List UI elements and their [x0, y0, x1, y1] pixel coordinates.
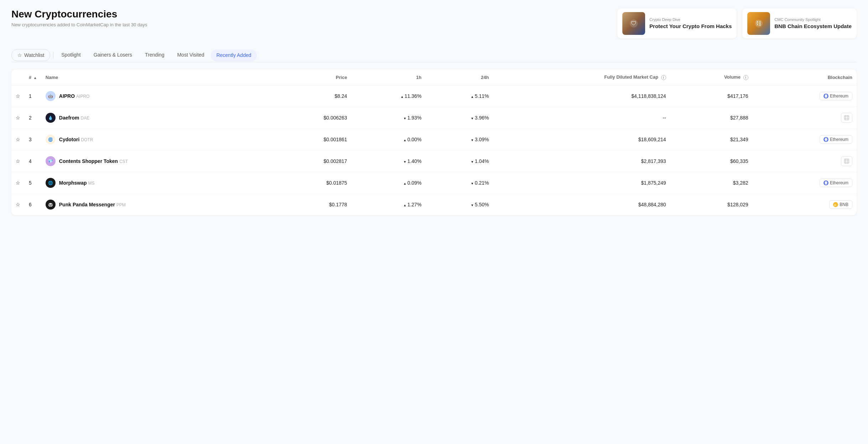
name-cell[interactable]: 💎Contents Shopper TokenCST [41, 150, 271, 172]
promo-card-crypto-deep-dive[interactable]: 🛡 Crypto Deep Dive Protect Your Crypto F… [617, 9, 737, 38]
star-button[interactable]: ☆ [11, 194, 25, 216]
down-arrow-icon: 0.21% [471, 180, 489, 186]
spotlight-tab-label: Spotlight [61, 52, 80, 58]
market-cap-cell: $18,609,214 [493, 129, 670, 150]
change-24h-cell: 1.04% [426, 150, 493, 172]
eth-icon [823, 137, 828, 142]
th-24h: 24h [426, 69, 493, 85]
table-row: ☆2💧DaefromDAE$0.0062631.93%3.96%--$27,88… [11, 107, 857, 129]
tab-recently-added[interactable]: Recently Added [211, 49, 257, 62]
tab-spotlight[interactable]: Spotlight [55, 48, 87, 62]
tab-gainers-losers[interactable]: Gainers & Losers [87, 48, 138, 62]
svg-text:⛓: ⛓ [756, 20, 762, 26]
eth-icon [823, 94, 828, 99]
coin-name: DaefromDAE [59, 115, 89, 121]
coin-name: Contents Shopper TokenCST [59, 158, 128, 164]
eth-icon [823, 180, 828, 185]
recently-added-tab-label: Recently Added [216, 52, 251, 58]
tab-trending[interactable]: Trending [138, 48, 171, 62]
th-volume: Volume i [670, 69, 753, 85]
star-button[interactable]: ☆ [11, 107, 25, 129]
coin-icon: 🤖 [46, 91, 56, 101]
name-cell[interactable]: 🌐MorphswapMS [41, 172, 271, 194]
change-1h-cell: 0.00% [351, 129, 426, 150]
table-row: ☆4💎Contents Shopper TokenCST$0.0028171.4… [11, 150, 857, 172]
rank-cell: 5 [25, 172, 41, 194]
down-arrow-icon: 1.93% [403, 115, 422, 121]
blockchain-cell: Ethereum [753, 172, 857, 194]
promo-text-crypto: Crypto Deep Dive Protect Your Crypto Fro… [649, 17, 732, 30]
tab-most-visited[interactable]: Most Visited [171, 48, 211, 62]
promo-card-cmc-spotlight[interactable]: ⛓ CMC Community Spotlight BNB Chain Ecos… [742, 9, 857, 38]
market-cap-cell: $1,875,249 [493, 172, 670, 194]
most-visited-tab-label: Most Visited [177, 52, 204, 58]
coin-name: MorphswapMS [59, 180, 95, 186]
change-24h-cell: 3.96% [426, 107, 493, 129]
th-blockchain: Blockchain [753, 69, 857, 85]
svg-text:🛡: 🛡 [631, 20, 637, 26]
rank-cell: 6 [25, 194, 41, 216]
th-rank[interactable]: # ▲ [25, 69, 41, 85]
th-star [11, 69, 25, 85]
table-row: ☆5🌐MorphswapMS$0.018750.09%0.21%$1,875,2… [11, 172, 857, 194]
th-name: Name [41, 69, 271, 85]
up-arrow-icon: 11.36% [401, 93, 422, 99]
star-button[interactable]: ☆ [11, 172, 25, 194]
blockchain-cell: Ethereum [753, 85, 857, 107]
header-section: New Cryptocurrencies New cryptocurrencie… [11, 9, 857, 38]
promo-thumb-bnb: ⛓ [747, 12, 770, 35]
table-row: ☆6🐼Punk Panda MessengerPPM$0.17781.27%5.… [11, 194, 857, 216]
star-button[interactable]: ☆ [11, 150, 25, 172]
table-row: ☆1🤖AIPROAIPRO$8.2411.36%5.11%$4,118,838,… [11, 85, 857, 107]
blockchain-cell: BBNB [753, 194, 857, 216]
rank-cell: 2 [25, 107, 41, 129]
change-24h-cell: 3.09% [426, 129, 493, 150]
blockchain-badge: Ethereum [820, 135, 852, 144]
gainers-losers-tab-label: Gainers & Losers [94, 52, 132, 58]
blockchain-badge: Ethereum [820, 92, 852, 100]
price-cell: $0.002817 [271, 150, 351, 172]
up-arrow-icon: 0.09% [403, 180, 422, 186]
rank-cell: 1 [25, 85, 41, 107]
svg-rect-13 [845, 159, 849, 164]
watchlist-tab-label: Watchlist [24, 52, 44, 58]
page-header: New Cryptocurrencies New cryptocurrencie… [11, 9, 147, 27]
change-1h-cell: 1.40% [351, 150, 426, 172]
down-arrow-icon: 3.09% [471, 137, 489, 142]
change-1h-cell: 1.27% [351, 194, 426, 216]
change-1h-cell: 1.93% [351, 107, 426, 129]
price-cell: $0.1778 [271, 194, 351, 216]
name-cell[interactable]: 🤖AIPROAIPRO [41, 85, 271, 107]
name-cell[interactable]: 💧DaefromDAE [41, 107, 271, 129]
promo-title-1: Protect Your Crypto From Hacks [649, 23, 732, 30]
name-cell[interactable]: 🐼Punk Panda MessengerPPM [41, 194, 271, 216]
rank-cell: 4 [25, 150, 41, 172]
tabs-bar: ☆ Watchlist Spotlight Gainers & Losers T… [11, 48, 857, 62]
star-button[interactable]: ☆ [11, 85, 25, 107]
coin-name: Punk Panda MessengerPPM [59, 202, 126, 207]
blockchain-cell [753, 150, 857, 172]
coin-icon: 🌀 [46, 134, 56, 144]
volume-cell: $21,349 [670, 129, 753, 150]
volume-info-icon[interactable]: i [743, 75, 748, 80]
change-1h-cell: 11.36% [351, 85, 426, 107]
promo-title-2: BNB Chain Ecosystem Update [774, 23, 852, 30]
volume-cell: $60,335 [670, 150, 753, 172]
price-cell: $0.01875 [271, 172, 351, 194]
market-cap-cell: -- [493, 107, 670, 129]
crypto-table: # ▲ Name Price 1h 24h Fully Diluted Mark… [11, 69, 857, 215]
market-cap-cell: $4,118,838,124 [493, 85, 670, 107]
coin-icon: 💧 [46, 113, 56, 123]
sort-asc-icon: ▲ [33, 76, 37, 80]
up-arrow-icon: 5.11% [471, 93, 489, 99]
promo-text-bnb: CMC Community Spotlight BNB Chain Ecosys… [774, 17, 852, 30]
svg-text:B: B [834, 204, 836, 206]
price-cell: $0.006263 [271, 107, 351, 129]
star-button[interactable]: ☆ [11, 129, 25, 150]
down-arrow-icon: 3.96% [471, 115, 489, 121]
star-icon: ☆ [17, 52, 22, 58]
tab-watchlist[interactable]: ☆ Watchlist [11, 49, 50, 61]
market-cap-info-icon[interactable]: i [661, 75, 666, 80]
name-cell[interactable]: 🌀CydotoriDOTR [41, 129, 271, 150]
down-arrow-icon: 5.50% [471, 202, 489, 207]
